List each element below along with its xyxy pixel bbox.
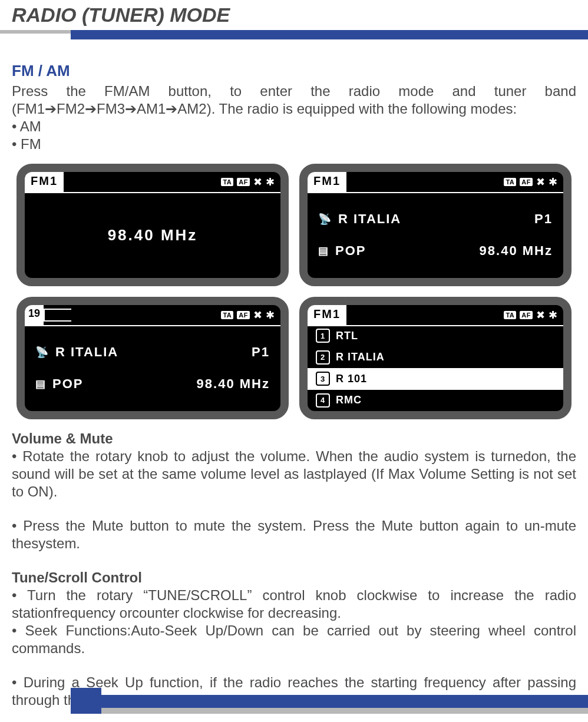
preset-item-1: 1 RTL — [308, 325, 563, 347]
footer-decoration — [0, 696, 588, 714]
mute-icon: ✖ — [536, 175, 545, 188]
volume-heading: Volume & Mute — [12, 430, 576, 448]
bluetooth-icon: ✱ — [549, 309, 557, 322]
mute-icon: ✖ — [536, 309, 545, 322]
fm-am-bullet-am: • AM — [12, 118, 576, 135]
band-label: FM1 — [308, 305, 346, 325]
frequency-display: 98.40 MHz — [197, 376, 270, 392]
fm-am-heading: FM / AM — [12, 62, 576, 80]
fm-am-bullet-fm: • FM — [12, 135, 576, 153]
preset-number-icon: 3 — [316, 372, 330, 386]
af-badge: AF — [520, 178, 533, 186]
ta-badge: TA — [504, 311, 516, 319]
fm-am-para: Press the FM/AM button, to enter the rad… — [12, 82, 576, 118]
preset-number: P1 — [252, 345, 270, 360]
preset-label: R 101 — [336, 373, 367, 385]
antenna-icon: 📡 — [35, 346, 49, 359]
mute-icon: ✖ — [253, 309, 262, 322]
frequency-display: 98.40 MHz — [480, 243, 553, 259]
preset-number-icon: 2 — [316, 350, 330, 365]
bluetooth-icon: ✱ — [266, 175, 275, 188]
volume-mute-para: • Press the Mute button to mute the syst… — [12, 517, 576, 552]
bluetooth-icon: ✱ — [266, 309, 275, 322]
ta-badge: TA — [221, 311, 233, 319]
volume-progress-bar — [44, 309, 97, 322]
band-label: FM1 — [25, 172, 64, 192]
radio-screen-presets: FM1 TA AF ✖ ✱ 1 RTL — [299, 297, 572, 419]
preset-label: RTL — [336, 330, 358, 342]
tune-seek-para: • Seek Functions:Auto-Seek Up/Down can b… — [12, 622, 576, 657]
radio-screen-basic: FM1 TA AF ✖ ✱ 98.40 MHz — [16, 164, 289, 286]
band-label: FM1 — [308, 172, 346, 192]
preset-number-icon: 4 — [316, 393, 330, 408]
af-badge: AF — [237, 311, 250, 319]
preset-number-icon: 1 — [316, 329, 330, 343]
preset-number: P1 — [534, 211, 553, 227]
genre-label: POP — [335, 243, 366, 259]
tune-heading: Tune/Scroll Control — [12, 569, 576, 587]
frequency-display: 98.40 MHz — [25, 192, 280, 278]
genre-label: POP — [52, 376, 83, 392]
tune-turn-para: • Turn the rotary “TUNE/SCROLL” control … — [12, 587, 576, 622]
af-badge: AF — [520, 311, 533, 319]
ta-badge: TA — [221, 178, 233, 186]
antenna-icon: 📡 — [318, 213, 332, 226]
af-badge: AF — [237, 178, 250, 186]
volume-level: 19 — [25, 305, 44, 325]
page-title: RADIO (TUNER) MODE — [12, 4, 576, 27]
station-name: R ITALIA — [338, 211, 401, 227]
header-divider — [0, 30, 588, 39]
preset-label: R ITALIA — [336, 351, 385, 363]
genre-icon: ▤ — [35, 377, 47, 390]
bluetooth-icon: ✱ — [549, 175, 557, 188]
radio-screen-volume: 19 TA AF ✖ ✱ — [16, 297, 289, 419]
mute-icon: ✖ — [253, 175, 262, 188]
preset-item-3-selected: 3 R 101 — [308, 368, 563, 390]
radio-screen-rds: FM1 TA AF ✖ ✱ 📡 R ITAL — [299, 164, 572, 286]
preset-item-4: 4 RMC — [308, 390, 563, 412]
genre-icon: ▤ — [318, 244, 329, 257]
ta-badge: TA — [504, 178, 516, 186]
preset-label: RMC — [336, 394, 362, 406]
station-name: R ITALIA — [55, 345, 118, 360]
volume-rotate-para: • Rotate the rotary knob to adjust the v… — [12, 448, 576, 501]
preset-item-2: 2 R ITALIA — [308, 347, 563, 369]
